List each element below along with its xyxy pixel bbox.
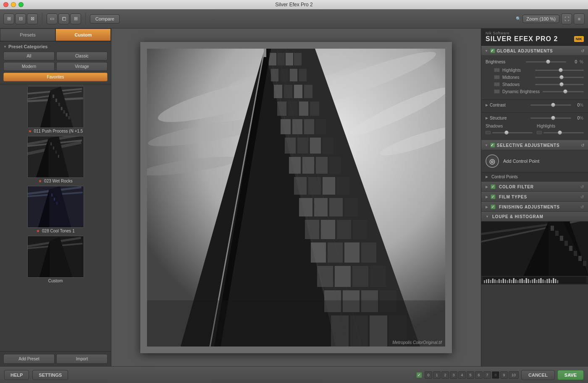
cat-vintage[interactable]: Vintage <box>56 62 108 71</box>
contrast-slider[interactable] <box>530 102 571 107</box>
num-box-1[interactable]: 1 <box>433 371 441 379</box>
structure-thumb[interactable] <box>551 116 555 120</box>
num-box-8[interactable]: 8 <box>492 371 499 379</box>
selective-adjustments-header[interactable]: ▼ ✓ SELECTIVE ADJUSTMENTS ↺ <box>481 140 588 150</box>
structure-track <box>530 117 571 119</box>
num-box-3[interactable]: 3 <box>450 371 457 379</box>
cat-all[interactable]: All <box>3 52 55 60</box>
color-filter-checkbox[interactable]: ✓ <box>491 184 496 189</box>
svg-rect-125 <box>484 280 485 283</box>
contrast-thumb[interactable] <box>551 103 555 107</box>
cat-favorites[interactable]: Favorites <box>3 73 108 81</box>
tab-custom[interactable]: Custom <box>55 29 111 41</box>
compare-button[interactable]: Compare <box>90 14 120 23</box>
num-box-0[interactable]: 0 <box>425 371 432 379</box>
finishing-adj-reset[interactable]: ↺ <box>580 205 584 209</box>
settings-icon[interactable]: ≡ <box>574 13 585 24</box>
add-preset-button[interactable]: Add Preset <box>3 354 55 364</box>
selective-adj-reset[interactable]: ↺ <box>581 143 585 148</box>
num-box-10[interactable]: 10 <box>509 371 519 379</box>
global-adjustments-header[interactable]: ▼ ✓ GLOBAL ADJUSTMENTS ↺ <box>481 46 588 56</box>
save-button[interactable]: SAVE <box>557 370 584 380</box>
svg-rect-66 <box>316 119 326 134</box>
midtones-slider[interactable] <box>535 75 584 80</box>
preset-item-2[interactable]: ★ 023 Wet Rocks <box>2 136 109 183</box>
control-points-row[interactable]: ▶ Control Points <box>481 172 588 182</box>
close-button[interactable] <box>3 2 8 7</box>
left-bottom-buttons: Add Preset Import <box>0 351 111 366</box>
global-adj-reset[interactable]: ↺ <box>581 49 585 53</box>
shadows-slider[interactable] <box>535 82 584 87</box>
tab-presets[interactable]: Presets <box>0 29 55 41</box>
minimize-button[interactable] <box>11 2 16 7</box>
import-button[interactable]: Import <box>56 354 108 364</box>
svg-rect-147 <box>530 280 531 283</box>
structure-header[interactable]: ▶ Structure 0 % <box>486 113 584 122</box>
num-box-9[interactable]: 9 <box>500 371 508 379</box>
fullscreen-icon[interactable]: ⛶ <box>561 13 572 24</box>
preset-item-1[interactable]: ★ 011 Push Process (N +1.5 <box>2 86 109 133</box>
help-button[interactable]: HELP <box>4 370 29 380</box>
layout-icon-3[interactable]: ⊞ <box>70 13 81 24</box>
maximize-button[interactable] <box>18 2 24 7</box>
cancel-button[interactable]: CANCEL <box>521 370 555 380</box>
bottom-left-buttons: HELP SETTINGS <box>4 370 68 380</box>
global-adj-checkbox[interactable]: ✓ <box>490 48 495 53</box>
settings-button[interactable]: SETTINGS <box>32 370 68 380</box>
svg-rect-77 <box>323 177 335 195</box>
layout-icon-1[interactable]: ▭ <box>47 13 58 24</box>
structure-unit: % <box>580 116 584 120</box>
brightness-slider[interactable] <box>526 59 566 64</box>
preset-item-4[interactable]: Custom <box>2 236 109 283</box>
num-box-7[interactable]: 7 <box>483 371 491 379</box>
structure-shadows-thumb[interactable] <box>504 130 509 135</box>
contrast-header[interactable]: ▶ Contrast 0 % <box>486 100 584 109</box>
dynamic-brightness-thumb[interactable] <box>563 89 567 94</box>
structure-slider[interactable] <box>530 115 571 120</box>
selective-adj-checkbox[interactable]: ✓ <box>490 143 495 148</box>
svg-rect-160 <box>557 280 558 283</box>
bottom-checkbox[interactable]: ✓ <box>416 372 422 378</box>
svg-rect-154 <box>544 280 546 283</box>
zoom-selector[interactable]: Zoom (100 %) <box>522 15 559 23</box>
highlights-slider[interactable] <box>535 68 584 73</box>
midtones-thumb[interactable] <box>559 75 564 79</box>
preset-thumb-3 <box>27 186 84 228</box>
num-box-4[interactable]: 4 <box>458 371 466 379</box>
num-box-5[interactable]: 5 <box>467 371 474 379</box>
structure-highlights-slider[interactable] <box>543 130 584 135</box>
color-filter-section[interactable]: ▶ ✓ COLOR FILTER ↺ <box>481 182 588 192</box>
photo-canvas[interactable]: Metropolis ColorOriginal.tif <box>147 49 445 347</box>
brightness-thumb[interactable] <box>546 60 550 64</box>
shadows-thumb[interactable] <box>559 82 564 86</box>
film-types-checkbox[interactable]: ✓ <box>491 194 496 199</box>
structure-shadows-slider[interactable] <box>492 130 533 135</box>
color-filter-reset[interactable]: ↺ <box>580 185 584 189</box>
structure-highlights-thumb[interactable] <box>558 130 562 135</box>
svg-rect-80 <box>314 198 328 216</box>
num-box-6[interactable]: 6 <box>475 371 483 379</box>
dynamic-brightness-slider[interactable] <box>543 89 584 94</box>
dynamic-brightness-icon <box>494 89 500 94</box>
global-adj-label: GLOBAL ADJUSTMENTS <box>497 49 553 53</box>
add-control-point-button[interactable]: ◎ <box>486 154 499 168</box>
film-types-reset[interactable]: ↺ <box>580 195 584 199</box>
svg-rect-122 <box>578 256 582 261</box>
svg-rect-137 <box>509 279 510 283</box>
layout-icon-2[interactable]: ⧠ <box>58 13 69 24</box>
preset-thumb-4 <box>27 236 84 278</box>
view-icon-3[interactable]: ⊠ <box>27 13 38 24</box>
finishing-adjustments-section[interactable]: ▶ ✓ FINISHING ADJUSTMENTS ↺ <box>481 202 588 212</box>
view-icon-2[interactable]: ⊟ <box>15 13 26 24</box>
view-icon-1[interactable]: ⊞ <box>3 13 14 24</box>
preset-label-4: Custom <box>2 279 109 283</box>
cat-classic[interactable]: Classic <box>56 52 108 60</box>
num-box-2[interactable]: 2 <box>441 371 449 379</box>
preset-item-3[interactable]: ★ 028 Cool Tones 1 <box>2 186 109 233</box>
svg-rect-70 <box>323 138 333 154</box>
loupe-histogram-section[interactable]: ▼ LOUPE & HISTOGRAM <box>481 212 588 221</box>
finishing-adj-checkbox[interactable]: ✓ <box>491 204 496 209</box>
highlights-thumb[interactable] <box>559 68 563 72</box>
cat-modern[interactable]: Modern <box>3 62 55 71</box>
film-types-section[interactable]: ▶ ✓ FILM TYPES ↺ <box>481 192 588 202</box>
